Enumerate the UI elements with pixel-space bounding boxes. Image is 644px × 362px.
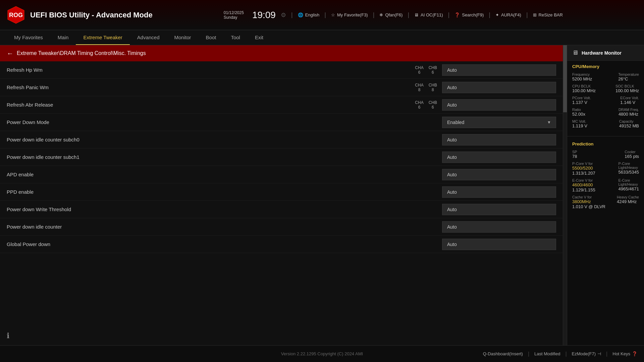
table-row: Power down Write Threshold Auto xyxy=(0,201,563,218)
hw-cell-heavy-cache: Heavy Cache 4249 MHz xyxy=(617,195,639,209)
auto-value[interactable]: Auto xyxy=(442,64,556,76)
auto-value[interactable]: Auto xyxy=(442,221,556,233)
nav-tool[interactable]: Tool xyxy=(223,30,248,45)
setting-control-global-power-down[interactable]: Auto xyxy=(442,239,556,250)
hw-row-ecore-v: E-Core V for 4600/4600 1.129/1.155 E-Cor… xyxy=(572,178,639,192)
hw-cell-soc-bclk: SOC BCLK 100.00 MHz xyxy=(615,84,639,93)
footer-buttons: Q-Dashboard(Insert) | Last Modified | Ez… xyxy=(483,351,637,357)
version-text: Version 2.22.1295 Copyright (C) 2024 AMI xyxy=(281,351,363,356)
qfan-label: Qfan(F6) xyxy=(385,12,402,17)
nav-bar: My Favorites Main Extreme Tweaker Advanc… xyxy=(0,30,644,45)
info-icon[interactable]: ℹ xyxy=(7,331,9,340)
toolbar-qfan[interactable]: ❄ Qfan(F6) xyxy=(376,11,406,19)
toolbar-english[interactable]: 🌐 English xyxy=(294,11,323,19)
nav-exit[interactable]: Exit xyxy=(248,30,271,45)
setting-label-pd-idle-subch0: Power down idle counter subch0 xyxy=(7,137,442,142)
auto-value[interactable]: Auto xyxy=(442,152,556,163)
table-row: Power Down Mode Enabled ▼ xyxy=(0,114,563,131)
setting-control-pd-idle-subch0[interactable]: Auto xyxy=(442,134,556,145)
svg-text:ROG: ROG xyxy=(9,12,23,18)
back-button[interactable]: ← xyxy=(7,50,13,57)
auto-value[interactable]: Auto xyxy=(442,204,556,215)
main-layout: ← Extreme Tweaker\DRAM Timing Control\Mi… xyxy=(0,45,644,345)
scrollbar[interactable] xyxy=(563,45,567,345)
ecore-lh-value: 4965/4671 xyxy=(619,186,639,191)
toolbar-ai-oc[interactable]: 🖥 AI OC(F11) xyxy=(411,11,446,19)
toolbar-search[interactable]: ❓ Search(F9) xyxy=(451,11,487,19)
nav-extreme-tweaker[interactable]: Extreme Tweaker xyxy=(76,30,129,45)
table-row: Refresh Abr Release CHA 6 CHB 6 Auto xyxy=(0,96,563,114)
dram-freq-label: DRAM Freq. xyxy=(619,108,639,112)
hot-keys-button[interactable]: Hot Keys ❓ xyxy=(612,351,637,356)
datetime-area: 01/12/2025 Sunday xyxy=(224,10,244,20)
auto-value[interactable]: Auto xyxy=(442,239,556,250)
table-row: Global Power down Auto xyxy=(0,236,563,253)
setting-control-power-down-mode[interactable]: Enabled ▼ xyxy=(442,117,556,128)
sep6: | xyxy=(448,11,450,18)
setting-label-refresh-abr-release: Refresh Abr Release xyxy=(7,102,415,108)
time-display: 19:09 xyxy=(252,10,276,20)
dropdown-power-down-mode[interactable]: Enabled ▼ xyxy=(442,117,556,128)
setting-control-refresh-panic-wm[interactable]: Auto xyxy=(442,82,556,93)
nav-advanced[interactable]: Advanced xyxy=(130,30,167,45)
setting-control-apd-enable[interactable]: Auto xyxy=(442,169,556,180)
nav-monitor[interactable]: Monitor xyxy=(167,30,199,45)
mc-volt-label: MC Volt. xyxy=(572,119,587,123)
setting-control-refresh-hp-wm[interactable]: Auto xyxy=(442,64,556,76)
auto-value[interactable]: Auto xyxy=(442,186,556,198)
table-row: Power down idle counter subch0 Auto xyxy=(0,131,563,148)
auto-value[interactable]: Auto xyxy=(442,99,556,111)
hw-monitor-title: Hardware Monitor xyxy=(582,50,622,56)
hw-row-bclk: CPU BCLK 100.00 MHz SOC BCLK 100.00 MHz xyxy=(572,84,639,93)
ez-mode-label: EzMode(F7) xyxy=(572,351,596,356)
hw-cell-mc-volt: MC Volt. 1.119 V xyxy=(572,119,587,128)
ecore-v-values: 1.129/1.155 xyxy=(572,187,595,192)
cpu-memory-section: CPU/Memory Frequency 5200 MHz Temperatur… xyxy=(567,61,644,134)
prediction-title: Prediction xyxy=(572,141,639,146)
frequency-value: 5200 MHz xyxy=(572,76,592,81)
auto-value[interactable]: Auto xyxy=(442,169,556,180)
logo-area: ROG UEFI BIOS Utility - Advanced Mode xyxy=(7,6,153,24)
hw-row-pcore-v: P-Core V for 5500/5200 1.313/1.207 P-Cor… xyxy=(572,162,639,176)
hot-keys-icon: ❓ xyxy=(632,351,637,356)
toolbar-my-favorite[interactable]: ☆ My Favorite(F3) xyxy=(328,11,371,19)
resize-bar-icon: ⊞ xyxy=(533,12,537,17)
hw-cell-temperature: Temperature 26°C xyxy=(618,72,639,81)
last-modified-button[interactable]: Last Modified xyxy=(534,351,560,356)
setting-control-pd-write-threshold[interactable]: Auto xyxy=(442,204,556,215)
hw-cell-pcore-volt: PCore Volt. 1.137 V xyxy=(572,96,591,105)
hw-cell-cache-v-for: Cache V for 3800MHz 1.010 V @ DLVR xyxy=(572,195,605,209)
globe-icon: 🌐 xyxy=(298,12,303,17)
setting-control-refresh-abr-release[interactable]: Auto xyxy=(442,99,556,111)
setting-control-pd-idle-subch1[interactable]: Auto xyxy=(442,152,556,163)
heavy-cache-label: Heavy Cache xyxy=(617,195,639,199)
pcore-v-for-label: P-Core V for xyxy=(572,162,595,166)
cache-v-values: 1.010 V @ DLVR xyxy=(572,204,605,209)
footer-sep1: | xyxy=(528,351,529,357)
nav-main[interactable]: Main xyxy=(50,30,76,45)
setting-control-pd-idle-counter[interactable]: Auto xyxy=(442,221,556,233)
auto-value[interactable]: Auto xyxy=(442,82,556,93)
toolbar-resize-bar[interactable]: ⊞ ReSize BAR xyxy=(530,11,566,19)
nav-my-favorites[interactable]: My Favorites xyxy=(7,30,50,45)
toolbar-aura[interactable]: ✦ AURA(F4) xyxy=(492,11,525,19)
capacity-value: 49152 MB xyxy=(619,123,639,128)
aura-label: AURA(F4) xyxy=(501,12,521,17)
hw-divider xyxy=(567,136,644,136)
sep8: | xyxy=(526,11,528,18)
setting-control-ppd-enable[interactable]: Auto xyxy=(442,186,556,198)
setting-label-pd-idle-counter: Power down idle counter xyxy=(7,224,442,230)
scroll-thumb[interactable] xyxy=(563,45,567,112)
ez-mode-icon: ⊣ xyxy=(597,351,601,356)
footer-sep3: | xyxy=(606,351,607,357)
sep2: | xyxy=(291,11,293,18)
hw-cell-cpu-bclk: CPU BCLK 100.00 MHz xyxy=(572,84,596,93)
channel-display: CHA 6 CHB 6 xyxy=(415,100,437,110)
nav-boot[interactable]: Boot xyxy=(199,30,224,45)
auto-value[interactable]: Auto xyxy=(442,134,556,145)
ez-mode-button[interactable]: EzMode(F7) ⊣ xyxy=(572,351,601,356)
temperature-label: Temperature xyxy=(618,72,639,76)
footer: Version 2.22.1295 Copyright (C) 2024 AMI… xyxy=(0,345,644,362)
q-dashboard-button[interactable]: Q-Dashboard(Insert) xyxy=(483,351,523,356)
pcore-v-values: 1.313/1.207 xyxy=(572,171,595,176)
